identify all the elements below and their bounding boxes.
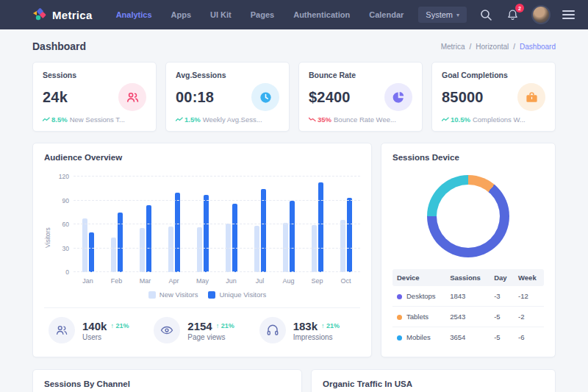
bar-group-jul[interactable] <box>245 177 274 272</box>
x-tick-label: Feb <box>102 277 131 285</box>
chart-legend: New Visitors Unique Visitors <box>54 291 360 299</box>
users-icon <box>49 317 75 343</box>
bar-chart-plot: 0306090120 <box>74 177 360 272</box>
device-row-desktops: Desktops1843-3-12 <box>392 286 544 307</box>
stat-title: Bounce Rate <box>309 71 412 79</box>
legend-unique-visitors[interactable]: Unique Visitors <box>208 291 266 299</box>
stat-page-views: 2154 ↑ 21% Page views <box>149 317 254 343</box>
bar-unique-oct[interactable] <box>347 198 352 272</box>
x-tick-label: Sep <box>303 277 331 285</box>
nav-item-pages[interactable]: Pages <box>251 10 274 19</box>
brand-name: Metrica <box>52 9 93 21</box>
stat-label: Page views <box>187 333 234 341</box>
bar-new-mar[interactable] <box>140 228 145 272</box>
bar-new-oct[interactable] <box>340 220 345 273</box>
stat-impressions: 183k ↑ 21% Impressions <box>255 317 360 343</box>
bar-unique-feb[interactable] <box>118 213 123 272</box>
x-tick-label: Aug <box>274 277 303 285</box>
bar-unique-may[interactable] <box>204 195 209 272</box>
bar-group-apr[interactable] <box>159 177 188 272</box>
breadcrumb: Metrica/ Horizontal/ Dashboard <box>441 43 556 51</box>
x-tick-label: Jun <box>217 277 245 285</box>
device-table: Device Sassions Day Week Desktops1843-3-… <box>392 269 544 347</box>
bar-new-may[interactable] <box>197 227 202 272</box>
audience-bar-chart: Visitors 0306090120 JanFebMarAprMayJunJu… <box>44 177 360 299</box>
device-dot-icon <box>397 315 402 320</box>
stat-title: Avg.Sessions <box>176 71 279 79</box>
bar-new-jul[interactable] <box>254 226 259 272</box>
menu-toggle-icon[interactable] <box>562 10 575 19</box>
headphones-icon <box>259 317 286 343</box>
legend-swatch-unique <box>208 291 215 299</box>
bar-group-feb[interactable] <box>102 177 131 272</box>
stat-cards-row: Sessions 24k 8.5% New Sessions T... Avg.… <box>32 62 556 132</box>
bar-group-mar[interactable] <box>131 177 159 272</box>
sessions-by-channel-card: Sessions By Channel Organic Search Socia… <box>32 369 302 392</box>
bar-group-oct[interactable] <box>331 177 360 272</box>
audience-overview-card: Audience Overview Visitors 0306090120 Ja… <box>32 143 372 357</box>
bar-new-apr[interactable] <box>168 227 173 272</box>
bar-group-jun[interactable] <box>217 177 245 272</box>
notification-badge: 2 <box>515 4 524 13</box>
nav-item-ui-kit[interactable]: UI Kit <box>210 10 232 19</box>
users-icon <box>118 83 146 111</box>
col-week: Week <box>514 269 544 286</box>
breadcrumb-root[interactable]: Metrica <box>441 43 465 51</box>
bar-group-may[interactable] <box>188 177 217 272</box>
bar-unique-jul[interactable] <box>261 189 266 272</box>
x-tick-label: May <box>188 277 217 285</box>
bar-unique-jun[interactable] <box>232 204 237 272</box>
stat-label: Impressions <box>293 333 340 341</box>
y-tick-label: 0 <box>54 268 69 276</box>
bar-group-jan[interactable] <box>74 177 102 272</box>
x-axis-labels: JanFebMarAprMayJunJulAugSepOct <box>74 277 360 285</box>
notifications-button[interactable]: 2 <box>505 7 520 22</box>
stat-card-bounce-rate: Bounce Rate $2400 35% Bounce Rate Wee... <box>298 62 423 132</box>
bar-new-sep[interactable] <box>312 225 317 272</box>
y-tick-label: 30 <box>54 245 69 252</box>
sessions-device-donut-chart[interactable] <box>427 175 509 257</box>
stat-value: 00:18 <box>176 89 214 106</box>
device-row-tablets: Tablets2543-5-2 <box>392 307 544 327</box>
col-sessions: Sassions <box>445 269 490 286</box>
sessions-device-title: Sessions Device <box>392 153 544 162</box>
bar-group-aug[interactable] <box>274 177 303 272</box>
delta-badge: ↑ 21% <box>110 322 129 329</box>
trend-up-icon <box>442 117 449 122</box>
sessions-by-channel-title: Sessions By Channel <box>44 379 290 388</box>
briefcase-icon <box>517 83 545 111</box>
main-nav: Analytics Apps UI Kit Pages Authenticati… <box>116 10 404 19</box>
stat-desc: Completions W... <box>473 115 526 124</box>
user-avatar[interactable] <box>531 5 551 24</box>
bar-unique-sep[interactable] <box>318 182 323 272</box>
bar-unique-mar[interactable] <box>146 205 151 272</box>
x-tick-label: Apr <box>159 277 188 285</box>
search-button[interactable] <box>478 7 493 22</box>
legend-new-visitors[interactable]: New Visitors <box>148 291 198 299</box>
bar-groups[interactable] <box>74 177 360 272</box>
bar-unique-jan[interactable] <box>89 232 94 272</box>
bar-unique-aug[interactable] <box>290 201 295 273</box>
trend-up-icon <box>43 117 50 122</box>
nav-item-calendar[interactable]: Calendar <box>369 10 404 19</box>
breadcrumb-section[interactable]: Horizontal <box>476 43 509 51</box>
pie-chart-icon <box>384 83 412 111</box>
nav-item-analytics[interactable]: Analytics <box>116 10 152 19</box>
col-device: Device <box>392 269 445 286</box>
bar-new-jan[interactable] <box>82 218 87 272</box>
bar-group-sep[interactable] <box>303 177 331 272</box>
x-tick-label: Mar <box>131 277 159 285</box>
stat-card-sessions: Sessions 24k 8.5% New Sessions T... <box>32 62 157 132</box>
bar-unique-apr[interactable] <box>175 193 180 272</box>
metrica-logo-icon <box>32 7 47 22</box>
nav-item-apps[interactable]: Apps <box>171 10 192 19</box>
system-dropdown[interactable]: System ▾ <box>418 7 467 23</box>
x-tick-label: Jan <box>74 277 102 285</box>
col-day: Day <box>490 269 514 286</box>
stat-desc: Bounce Rate Wee... <box>334 115 396 124</box>
legend-swatch-new <box>148 291 156 299</box>
bar-new-feb[interactable] <box>111 238 116 272</box>
nav-item-authentication[interactable]: Authentication <box>293 10 350 19</box>
chevron-down-icon: ▾ <box>456 12 459 18</box>
brand[interactable]: Metrica <box>32 7 93 22</box>
